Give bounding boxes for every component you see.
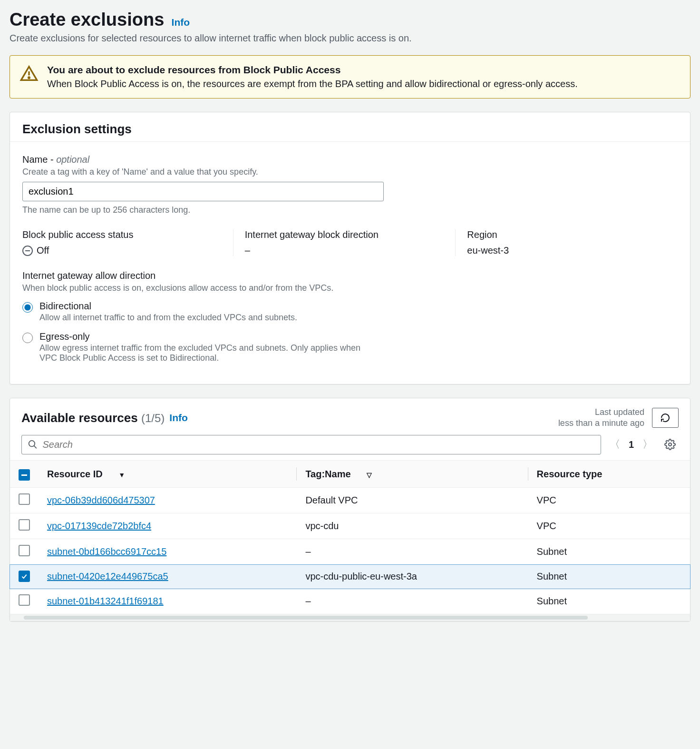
table-settings-button[interactable] <box>661 436 679 453</box>
name-constraint: The name can be up to 256 characters lon… <box>22 205 678 215</box>
name-label: Name - optional <box>22 154 678 165</box>
bpa-status-value: Off <box>37 245 49 256</box>
resource-type-cell: Subnet <box>528 539 690 565</box>
tag-name-cell: vpc-cdu <box>297 513 528 539</box>
last-updated-text: Last updated less than a minute ago <box>558 407 644 429</box>
warning-icon <box>19 64 39 89</box>
tag-name-cell: – <box>297 539 528 565</box>
resource-id-link[interactable]: subnet-01b413241f1f69181 <box>47 596 164 606</box>
search-icon <box>28 439 38 450</box>
svg-point-4 <box>669 443 671 446</box>
resource-type-cell: VPC <box>528 513 690 539</box>
page-title: Create exclusions <box>10 10 164 30</box>
table-row[interactable]: subnet-01b413241f1f69181–Subnet <box>10 589 690 614</box>
row-checkbox[interactable] <box>19 545 30 556</box>
resources-info-link[interactable]: Info <box>169 412 187 424</box>
resource-id-link[interactable]: vpc-017139cde72b2bfc4 <box>47 521 151 531</box>
resource-type-cell: Subnet <box>528 589 690 614</box>
row-checkbox[interactable] <box>19 571 30 582</box>
resource-id-link[interactable]: vpc-06b39dd606d475307 <box>47 495 155 505</box>
tag-name-cell: Default VPC <box>297 488 528 513</box>
gear-icon <box>664 439 676 450</box>
refresh-button[interactable] <box>652 408 679 428</box>
svg-point-2 <box>29 441 35 446</box>
warning-alert: You are about to exclude resources from … <box>10 55 690 99</box>
page-info-link[interactable]: Info <box>172 17 190 28</box>
radio-egress-label: Egress-only <box>39 331 363 342</box>
radio-egress-desc: Allow egress internet traffic from the e… <box>39 343 363 363</box>
col-resource-id-header[interactable]: Resource ID ▼ <box>39 460 297 488</box>
igw-block-label: Internet gateway block direction <box>245 229 432 240</box>
table-row[interactable]: subnet-0420e12e449675ca5vpc-cdu-public-e… <box>10 565 690 589</box>
resource-type-cell: VPC <box>528 488 690 513</box>
page-current: 1 <box>629 439 634 450</box>
horizontal-scrollbar[interactable] <box>10 614 690 621</box>
col-tag-name-header[interactable]: Tag:Name ▽ <box>297 460 528 488</box>
available-resources-panel: Available resources (1/5) Info Last upda… <box>10 398 690 621</box>
col-resource-type-header[interactable]: Resource type <box>528 460 690 488</box>
row-checkbox[interactable] <box>19 594 30 606</box>
search-input[interactable] <box>42 439 594 450</box>
select-all-checkbox[interactable] <box>19 469 30 481</box>
page-subtitle: Create exclusions for selected resources… <box>10 33 690 44</box>
row-checkbox[interactable] <box>19 519 30 531</box>
page-next[interactable]: 〉 <box>642 437 653 452</box>
page-prev[interactable]: 〈 <box>610 437 620 452</box>
radio-egress-only[interactable]: Egress-only Allow egress internet traffi… <box>22 331 678 363</box>
radio-bidirectional[interactable]: Bidirectional Allow all internet traffic… <box>22 301 678 323</box>
radio-bidirectional-desc: Allow all internet traffic to and from t… <box>39 313 297 323</box>
resources-table: Resource ID ▼ Tag:Name ▽ Resource type v… <box>10 460 690 615</box>
tag-name-cell: – <box>297 589 528 614</box>
name-input[interactable] <box>22 182 384 201</box>
resource-type-cell: Subnet <box>528 565 690 589</box>
radio-bidirectional-label: Bidirectional <box>39 301 297 312</box>
row-checkbox[interactable] <box>19 493 30 505</box>
sort-icon: ▽ <box>367 471 372 479</box>
off-icon <box>22 246 33 256</box>
table-row[interactable]: vpc-06b39dd606d475307Default VPCVPC <box>10 488 690 513</box>
svg-line-3 <box>34 446 36 448</box>
svg-point-1 <box>29 77 30 79</box>
resources-counter: (1/5) <box>141 412 165 424</box>
alert-title: You are about to exclude resources from … <box>47 64 340 75</box>
region-label: Region <box>467 229 654 240</box>
igw-block-value: – <box>245 245 432 256</box>
sort-desc-icon: ▼ <box>118 471 125 479</box>
region-value: eu-west-3 <box>467 245 654 256</box>
exclusion-settings-panel: Exclusion settings Name - optional Creat… <box>10 112 690 384</box>
tag-name-cell: vpc-cdu-public-eu-west-3a <box>297 565 528 589</box>
alert-body: When Block Public Access is on, the reso… <box>47 79 578 89</box>
allow-direction-title: Internet gateway allow direction <box>22 270 678 281</box>
refresh-icon <box>660 412 671 424</box>
resource-id-link[interactable]: subnet-0420e12e449675ca5 <box>47 571 168 581</box>
settings-panel-title: Exclusion settings <box>22 122 678 137</box>
bpa-status-label: Block public access status <box>22 229 209 240</box>
resources-title: Available resources <box>21 411 138 425</box>
resource-id-link[interactable]: subnet-0bd166bcc6917cc15 <box>47 546 166 557</box>
allow-direction-hint: When block public access is on, exclusio… <box>22 283 678 293</box>
table-row[interactable]: vpc-017139cde72b2bfc4vpc-cduVPC <box>10 513 690 539</box>
search-box[interactable] <box>21 435 601 454</box>
table-row[interactable]: subnet-0bd166bcc6917cc15–Subnet <box>10 539 690 565</box>
name-hint: Create a tag with a key of 'Name' and a … <box>22 167 678 177</box>
